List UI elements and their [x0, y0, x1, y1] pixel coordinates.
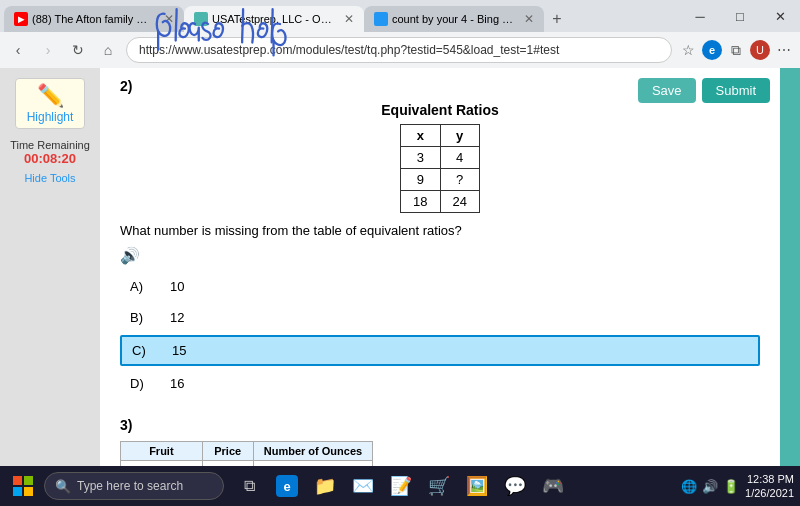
question-3-block: 3) Fruit Price Number of Ounces Blueberr… — [120, 417, 760, 466]
table-row: 9 ? — [401, 169, 480, 191]
question-2-block: 2) Equivalent Ratios x y 3 4 9 ? — [120, 78, 760, 397]
hide-tools-button[interactable]: Hide Tools — [24, 172, 75, 184]
close-button[interactable]: ✕ — [760, 0, 800, 32]
mail-icon: ✉️ — [352, 475, 374, 497]
network-icon: 🌐 — [681, 479, 697, 494]
highlight-label: Highlight — [27, 110, 74, 124]
option-b[interactable]: B) 12 — [120, 304, 760, 331]
cell-4: 4 — [440, 147, 479, 169]
taskbar-store[interactable]: 🛒 — [422, 469, 456, 503]
forward-button[interactable]: › — [36, 38, 60, 62]
tab-youtube-label: (88) The Afton family meets Wi... — [32, 13, 156, 25]
star-icon[interactable]: ☆ — [678, 40, 698, 60]
cell-q: ? — [440, 169, 479, 191]
url-text: https://www.usatestprep.com/modules/test… — [139, 43, 559, 57]
tab-bing[interactable]: count by your 4 - Bing video ✕ — [364, 6, 544, 32]
left-sidebar: ✏️ Highlight Time Remaining 00:08:20 Hid… — [0, 68, 100, 466]
taskbar-taskview[interactable]: ⧉ — [232, 469, 266, 503]
cell-18: 18 — [401, 191, 440, 213]
edge-taskbar-icon: e — [276, 475, 298, 497]
option-c-value: 15 — [172, 343, 186, 358]
battery-icon: 🔋 — [723, 479, 739, 494]
start-button[interactable] — [6, 469, 40, 503]
time-remaining-label: Time Remaining — [10, 139, 90, 151]
tab-youtube-close[interactable]: ✕ — [164, 12, 174, 26]
page-body: ✏️ Highlight Time Remaining 00:08:20 Hid… — [0, 68, 800, 466]
tab-bing-close[interactable]: ✕ — [524, 12, 534, 26]
taskbar-clock[interactable]: 12:38 PM 1/26/2021 — [745, 472, 794, 501]
tab-usatestprep[interactable]: USATestprep, LLC - Online State... ✕ — [184, 6, 364, 32]
address-bar[interactable]: https://www.usatestprep.com/modules/test… — [126, 37, 672, 63]
taskbar-system-icons: 🌐 🔊 🔋 — [681, 479, 739, 494]
taskbar-search[interactable]: 🔍 Type here to search — [44, 472, 224, 500]
taskbar: 🔍 Type here to search ⧉ e 📁 ✉️ 📝 🛒 🖼️ 💬 … — [0, 466, 800, 506]
minimize-button[interactable]: ─ — [680, 0, 720, 32]
taskbar-edge[interactable]: e — [270, 469, 304, 503]
q3-col-fruit: Fruit — [121, 442, 203, 461]
ratio-col-y: y — [440, 125, 479, 147]
tab-usatestprep-label: USATestprep, LLC - Online State... — [212, 13, 336, 25]
tab-youtube[interactable]: ▶ (88) The Afton family meets Wi... ✕ — [4, 6, 184, 32]
taskbar-search-text: Type here to search — [77, 479, 183, 493]
highlight-tool[interactable]: ✏️ Highlight — [15, 78, 85, 129]
cell-24: 24 — [440, 191, 479, 213]
q3-table: Fruit Price Number of Ounces Blueberries… — [120, 441, 373, 466]
right-sidebar — [780, 68, 800, 466]
clock-time: 12:38 PM — [745, 472, 794, 486]
window-controls: ─ □ ✕ — [680, 0, 800, 32]
tab-usatestprep-close[interactable]: ✕ — [344, 12, 354, 26]
back-button[interactable]: ‹ — [6, 38, 30, 62]
menu-button[interactable]: ⋯ — [774, 40, 794, 60]
refresh-button[interactable]: ↻ — [66, 38, 90, 62]
explorer-icon: 📁 — [314, 475, 336, 497]
timer-block: Time Remaining 00:08:20 — [10, 135, 90, 166]
volume-icon: 🔊 — [702, 479, 718, 494]
table-row: 3 4 — [401, 147, 480, 169]
option-d-value: 16 — [170, 376, 184, 391]
taskbar-word[interactable]: 📝 — [384, 469, 418, 503]
taskbar-teams[interactable]: 💬 — [498, 469, 532, 503]
usatestprep-favicon — [194, 12, 208, 26]
taskbar-apps: ⧉ e 📁 ✉️ 📝 🛒 🖼️ 💬 🎮 — [232, 469, 570, 503]
option-a-letter: A) — [130, 279, 160, 294]
option-c[interactable]: C) 15 — [120, 335, 760, 366]
ratio-col-x: x — [401, 125, 440, 147]
new-tab-button[interactable]: + — [544, 6, 570, 32]
option-a-value: 10 — [170, 279, 184, 294]
option-d[interactable]: D) 16 — [120, 370, 760, 397]
svg-rect-1 — [24, 476, 33, 485]
browser-chrome: ▶ (88) The Afton family meets Wi... ✕ US… — [0, 0, 800, 68]
roblox-icon: 🎮 — [542, 475, 564, 497]
user-avatar[interactable]: U — [750, 40, 770, 60]
question-2-text: What number is missing from the table of… — [120, 223, 760, 238]
option-a[interactable]: A) 10 — [120, 273, 760, 300]
tab-bar: ▶ (88) The Afton family meets Wi... ✕ US… — [0, 0, 800, 32]
svg-rect-3 — [24, 487, 33, 496]
svg-rect-2 — [13, 487, 22, 496]
taskbar-roblox[interactable]: 🎮 — [536, 469, 570, 503]
taskbar-right: 🌐 🔊 🔋 12:38 PM 1/26/2021 — [681, 472, 794, 501]
taskbar-mail[interactable]: ✉️ — [346, 469, 380, 503]
top-buttons: Save Submit — [638, 78, 770, 103]
maximize-button[interactable]: □ — [720, 0, 760, 32]
store-icon: 🛒 — [428, 475, 450, 497]
youtube-favicon: ▶ — [14, 12, 28, 26]
cell-3: 3 — [401, 147, 440, 169]
time-value: 00:08:20 — [10, 151, 90, 166]
browser-icons-right: ☆ e ⧉ U ⋯ — [678, 40, 794, 60]
save-button[interactable]: Save — [638, 78, 696, 103]
option-d-letter: D) — [130, 376, 160, 391]
taskview-icon: ⧉ — [244, 477, 255, 495]
home-button[interactable]: ⌂ — [96, 38, 120, 62]
submit-button[interactable]: Submit — [702, 78, 770, 103]
word-icon: 📝 — [390, 475, 412, 497]
taskbar-photos[interactable]: 🖼️ — [460, 469, 494, 503]
address-bar-row: ‹ › ↻ ⌂ https://www.usatestprep.com/modu… — [0, 32, 800, 68]
clock-date: 1/26/2021 — [745, 486, 794, 500]
svg-rect-0 — [13, 476, 22, 485]
extensions-icon[interactable]: ⧉ — [726, 40, 746, 60]
table-row: 18 24 — [401, 191, 480, 213]
q3-col-price: Price — [202, 442, 253, 461]
taskbar-explorer[interactable]: 📁 — [308, 469, 342, 503]
audio-button[interactable]: 🔊 — [120, 246, 760, 265]
